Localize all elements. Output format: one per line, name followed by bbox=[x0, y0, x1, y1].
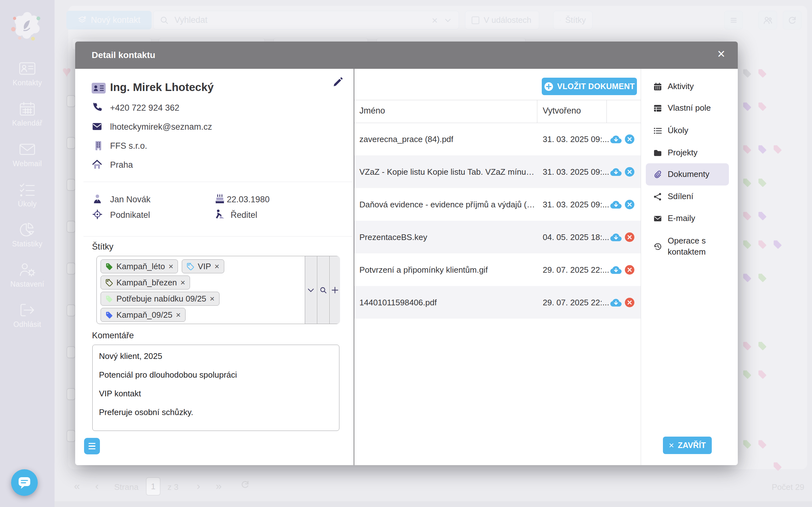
download-icon[interactable] bbox=[610, 134, 622, 144]
download-icon[interactable] bbox=[610, 167, 622, 177]
tag-chip[interactable]: Kampaň_09/25 × bbox=[101, 308, 185, 322]
delete-icon[interactable] bbox=[625, 134, 635, 144]
document-name: 14401011598406.pdf bbox=[359, 297, 437, 307]
document-created: 29. 07. 2025 22:... bbox=[543, 265, 609, 275]
download-icon[interactable] bbox=[610, 200, 622, 209]
menu-item-label: Aktivity bbox=[668, 81, 694, 92]
folder-icon bbox=[653, 149, 662, 157]
contact-company: FFS s.r.o. bbox=[110, 141, 147, 151]
delete-icon[interactable] bbox=[625, 232, 635, 242]
document-name: zaverecna_prace (84).pdf bbox=[359, 134, 453, 144]
tags-add-button[interactable] bbox=[329, 256, 340, 324]
insert-document-button[interactable]: VLOŽIT DOKUMENT bbox=[542, 78, 637, 95]
document-created: 31. 03. 2025 09:... bbox=[543, 200, 609, 209]
menu-item-sdileni[interactable]: Sdílení bbox=[646, 185, 729, 208]
document-name: PrezentaceBS.key bbox=[359, 232, 427, 242]
comment-line: Nový klient, 2025 bbox=[99, 351, 333, 361]
contact-position: Ředitel bbox=[231, 210, 257, 220]
tag-chip[interactable]: Kampaň_březen × bbox=[101, 276, 190, 289]
menu-item-projekty[interactable]: Projekty bbox=[646, 142, 729, 164]
tag-chip[interactable]: VIP × bbox=[182, 259, 224, 273]
tag-icon bbox=[105, 311, 113, 319]
chat-bubble-icon bbox=[17, 475, 32, 490]
document-row[interactable]: zaverecna_prace (84).pdf 31. 03. 2025 09… bbox=[354, 123, 641, 155]
document-row[interactable]: Potvrzení a připomínky klientům.gif 29. … bbox=[354, 253, 641, 286]
search-icon bbox=[319, 286, 327, 294]
close-icon[interactable]: × bbox=[717, 47, 725, 61]
tag-label: VIP bbox=[198, 262, 211, 271]
divider bbox=[84, 182, 353, 182]
chevron-down-icon bbox=[307, 286, 315, 294]
menu-item-label: Sdílení bbox=[668, 191, 693, 202]
tag-remove-icon[interactable]: × bbox=[180, 278, 185, 287]
download-icon[interactable] bbox=[610, 265, 622, 275]
tag-chip[interactable]: Kampaň_léto × bbox=[101, 259, 178, 273]
tags-expand-button[interactable] bbox=[305, 256, 317, 324]
phone-icon bbox=[92, 103, 102, 112]
menu-item-label: Vlastní pole bbox=[668, 102, 711, 114]
assigned-person: Jan Novák bbox=[110, 195, 151, 205]
tag-label: Kampaň_léto bbox=[116, 262, 165, 271]
column-header-name: Jméno bbox=[359, 106, 385, 116]
tag-remove-icon[interactable]: × bbox=[214, 262, 219, 271]
tag-chip[interactable]: Potřebuje nabídku 09/25 × bbox=[101, 292, 219, 306]
contact-email: lhoteckymirek@seznam.cz bbox=[110, 122, 212, 132]
modal-title: Detail kontaktu bbox=[92, 42, 155, 69]
edit-pencil-icon[interactable] bbox=[333, 77, 343, 87]
tags-search-button[interactable] bbox=[317, 256, 329, 324]
plus-icon bbox=[331, 286, 339, 294]
menu-item-aktivity[interactable]: Aktivity bbox=[646, 75, 729, 98]
comment-line: Potenciál pro dlouhodobou spolupráci bbox=[99, 370, 333, 380]
document-row[interactable]: VZaZ - Kopie listu Kopie listu Tab. VZaZ… bbox=[354, 155, 641, 188]
envelope-icon bbox=[92, 122, 102, 131]
home-icon bbox=[92, 160, 102, 170]
app-root: Kontakty Kalendář Webmail Úkoly Statisti… bbox=[0, 0, 812, 507]
document-created: 31. 03. 2025 09:... bbox=[543, 167, 609, 177]
document-row[interactable]: 14401011598406.pdf 29. 07. 2025 22:... bbox=[354, 286, 641, 319]
table-border bbox=[606, 100, 607, 123]
menu-item-ukoly[interactable]: Úkoly bbox=[646, 119, 729, 142]
table-border bbox=[354, 100, 641, 100]
download-icon[interactable] bbox=[610, 232, 622, 242]
menu-item-vlastni-pole[interactable]: Vlastní pole bbox=[646, 97, 729, 119]
tag-label: Kampaň_březen bbox=[116, 278, 177, 288]
paperclip-icon bbox=[653, 170, 662, 179]
tag-remove-icon[interactable]: × bbox=[176, 311, 180, 319]
envelope-icon bbox=[653, 214, 662, 223]
delete-icon[interactable] bbox=[625, 265, 635, 275]
menu-item-label: Úkoly bbox=[668, 125, 688, 136]
person-tie-icon bbox=[93, 194, 102, 204]
tag-label: Kampaň_09/25 bbox=[116, 310, 172, 320]
download-icon[interactable] bbox=[610, 298, 622, 307]
menu-item-operace-s-kontaktem[interactable]: Operace s kontaktem bbox=[646, 232, 729, 261]
insert-document-label: VLOŽIT DOKUMENT bbox=[557, 82, 635, 91]
document-row[interactable]: Daňová evidence - evidence příjmů a výda… bbox=[354, 188, 641, 221]
menu-item-dokumenty[interactable]: Dokumenty bbox=[646, 163, 729, 185]
tag-remove-icon[interactable]: × bbox=[210, 294, 214, 303]
column-header-created: Vytvořeno bbox=[543, 106, 581, 116]
document-name: Daňová evidence - evidence příjmů a výda… bbox=[359, 200, 535, 209]
tags-section-label: Štítky bbox=[92, 242, 114, 252]
table-list-icon bbox=[653, 104, 662, 113]
tag-icon bbox=[105, 263, 113, 270]
delete-icon[interactable] bbox=[625, 200, 635, 210]
document-created: 31. 03. 2025 09:... bbox=[543, 134, 609, 144]
menu-item-label: Dokumenty bbox=[668, 169, 710, 180]
delete-icon[interactable] bbox=[625, 167, 635, 177]
menu-item-label: Projekty bbox=[668, 147, 698, 158]
delete-icon[interactable] bbox=[625, 297, 635, 307]
chat-widget-button[interactable] bbox=[11, 469, 38, 496]
contact-name: Ing. Mirek Lhotecký bbox=[110, 81, 214, 94]
divider bbox=[84, 236, 353, 236]
tag-remove-icon[interactable]: × bbox=[168, 262, 173, 271]
menu-item-emaily[interactable]: E-maily bbox=[646, 207, 729, 230]
menu-item-label: E-maily bbox=[668, 213, 695, 224]
document-name: Potvrzení a připomínky klientům.gif bbox=[359, 265, 488, 275]
document-row[interactable]: PrezentaceBS.key 04. 05. 2025 18:... bbox=[354, 221, 641, 253]
close-modal-button[interactable]: × ZAVŘÍT bbox=[663, 437, 712, 454]
divider bbox=[641, 69, 641, 465]
document-name: VZaZ - Kopie listu Kopie listu Tab. VZaZ… bbox=[359, 167, 535, 177]
comments-textarea[interactable]: Nový klient, 2025 Potenciál pro dlouhodo… bbox=[92, 345, 339, 431]
building-icon bbox=[93, 140, 103, 151]
modal-menu-button[interactable] bbox=[84, 438, 100, 454]
